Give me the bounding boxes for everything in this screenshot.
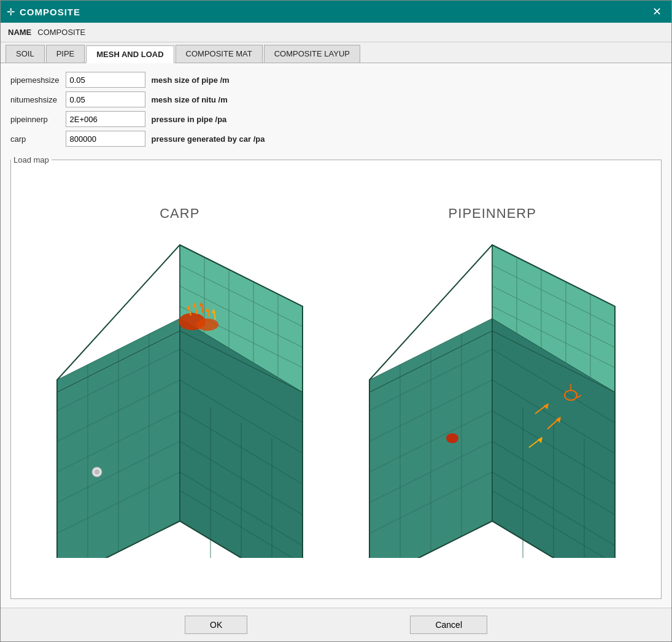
model-pipeinnerp: PIPEINNERP <box>357 206 627 558</box>
cancel-button[interactable]: Cancel <box>410 616 487 634</box>
field-label-pipemeshsize: pipemeshsize <box>10 75 60 85</box>
dialog-title: COMPOSITE <box>20 7 80 17</box>
iso-box-pipeinnerp <box>357 226 627 558</box>
field-desc-pipemeshsize: mesh size of pipe /m <box>152 75 662 85</box>
field-input-pipemeshsize[interactable] <box>66 72 145 88</box>
tab-soil[interactable]: SOIL <box>6 45 45 63</box>
iso-box-carp <box>45 226 315 558</box>
form-grid: pipemeshsize mesh size of pipe /m nitume… <box>10 72 662 147</box>
model-carp-title: CARP <box>160 206 199 222</box>
app-icon: ✛ <box>7 6 15 18</box>
pipeinnerp-svg <box>357 226 627 558</box>
tab-meshandload[interactable]: MESH AND LOAD <box>86 45 174 63</box>
carp-svg <box>45 226 315 558</box>
model-carp: CARP <box>45 206 315 558</box>
tab-pipe[interactable]: PIPE <box>46 45 85 63</box>
tab-compositemat[interactable]: COMPOSITE MAT <box>176 45 263 63</box>
svg-point-36 <box>196 319 218 331</box>
load-map-legend: Load map <box>11 155 52 164</box>
title-bar: ✛ COMPOSITE ✕ <box>1 1 671 23</box>
field-input-pipeinnerp[interactable] <box>66 111 145 127</box>
field-label-carp: carp <box>10 134 60 144</box>
field-desc-pipeinnerp: pressure in pipe /pa <box>152 115 662 124</box>
field-desc-carp: pressure generated by car /pa <box>152 134 662 144</box>
field-label-pipeinnerp: pipeinnerp <box>10 115 60 124</box>
name-row: NAME COMPOSITE <box>1 23 671 42</box>
field-input-carp[interactable] <box>66 131 145 147</box>
tabs-row: SOIL PIPE MESH AND LOAD COMPOSITE MAT CO… <box>1 42 671 63</box>
title-bar-left: ✛ COMPOSITE <box>7 6 80 18</box>
field-label-nitumeshsize: nitumeshsize <box>10 95 60 104</box>
content-area: pipemeshsize mesh size of pipe /m nitume… <box>1 63 671 608</box>
svg-point-84 <box>446 433 458 443</box>
name-value: COMPOSITE <box>37 28 85 37</box>
field-input-nitumeshsize[interactable] <box>66 91 145 107</box>
svg-point-48 <box>95 470 99 474</box>
footer-row: OK Cancel <box>1 608 671 641</box>
dialog-window: ✛ COMPOSITE ✕ NAME COMPOSITE SOIL PIPE M… <box>0 0 672 642</box>
tab-compositelayup[interactable]: COMPOSITE LAYUP <box>264 45 360 63</box>
load-map-content: CARP <box>11 164 661 598</box>
ok-button[interactable]: OK <box>185 616 247 634</box>
close-button[interactable]: ✕ <box>649 5 665 18</box>
field-desc-nitumeshsize: mesh size of nitu /m <box>152 95 662 104</box>
load-map-group: Load map CARP <box>10 155 662 599</box>
name-label: NAME <box>8 28 31 37</box>
model-pipeinnerp-title: PIPEINNERP <box>449 206 536 222</box>
